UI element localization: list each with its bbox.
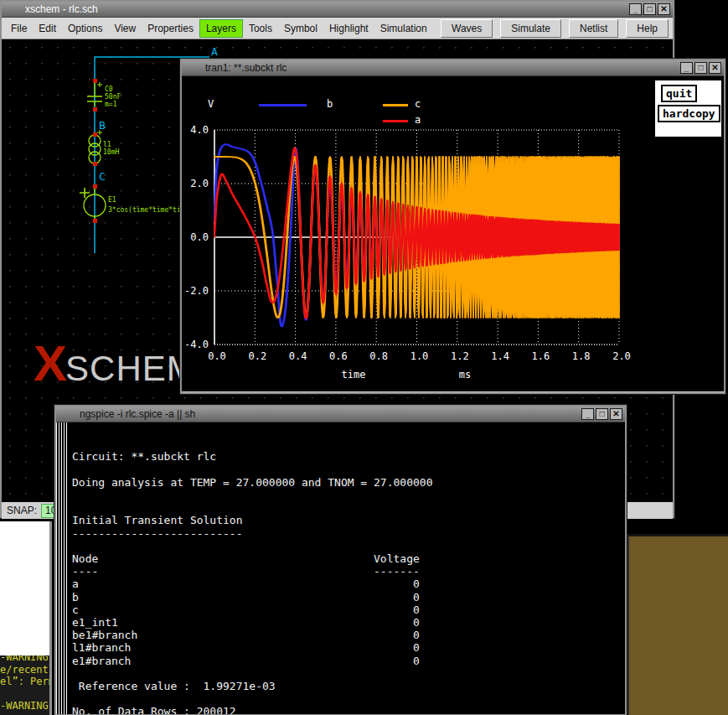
quit-button[interactable]: quit	[661, 85, 697, 102]
hardcopy-button[interactable]: hardcopy	[658, 105, 720, 122]
background-window-fragment	[0, 521, 52, 655]
xschem-logo-text: SCHEM	[65, 349, 197, 388]
maximize-icon[interactable]: □	[694, 62, 707, 74]
minimize-icon[interactable]: _	[680, 62, 693, 74]
src-ref-label: E1	[108, 196, 116, 204]
legend-line-c	[383, 104, 408, 106]
menu-symbol[interactable]: Symbol	[278, 20, 323, 37]
terminal-scrollbar[interactable]	[56, 422, 68, 714]
svg-text:0.4: 0.4	[289, 350, 307, 362]
svg-text:0.0: 0.0	[208, 350, 226, 362]
legend-label-c: c	[415, 98, 421, 110]
svg-text:2.0: 2.0	[612, 350, 631, 362]
desktop: xschem - rlc.sch _ □ ✕ File Edit Options…	[0, 0, 728, 715]
maximize-icon[interactable]: □	[596, 408, 608, 420]
plot-button-panel: quit hardcopy	[654, 80, 722, 137]
cap-mult-label: m=1	[105, 101, 117, 108]
svg-text:1.6: 1.6	[532, 350, 550, 362]
plot-area: -4.0-2.00.02.04.00.00.20.40.60.81.01.21.…	[182, 76, 724, 391]
close-icon[interactable]: ✕	[610, 408, 622, 420]
netlist-button[interactable]: Netlist	[569, 19, 618, 38]
maximize-icon[interactable]: □	[643, 3, 656, 15]
help-button[interactable]: Help	[626, 19, 669, 38]
svg-text:2.0: 2.0	[190, 178, 209, 189]
net-label-b[interactable]: B	[99, 119, 106, 132]
svg-text:-2.0: -2.0	[186, 285, 209, 297]
legend-label-b: b	[327, 98, 333, 110]
minimize-icon[interactable]: _	[629, 3, 642, 15]
svg-text:1.8: 1.8	[572, 350, 591, 362]
ngspice-terminal-window: ngspice -i rlc.spice -a || sh _ □ ✕ Circ…	[54, 405, 627, 715]
svg-text:-4.0: -4.0	[186, 339, 209, 350]
svg-text:1.2: 1.2	[451, 350, 469, 362]
legend-line-b	[259, 104, 307, 106]
xschem-menubar: File Edit Options View Properties Layers…	[2, 18, 673, 39]
menu-view[interactable]: View	[108, 20, 142, 37]
svg-text:ms: ms	[459, 369, 471, 381]
menu-highlight[interactable]: Highlight	[323, 20, 374, 37]
close-icon[interactable]: ✕	[709, 62, 721, 74]
svg-text:0.2: 0.2	[248, 350, 266, 362]
menu-options[interactable]: Options	[62, 20, 108, 37]
legend-line-a	[383, 120, 408, 122]
cap-ref-label: C0	[105, 85, 113, 93]
menu-simulation[interactable]: Simulation	[374, 20, 433, 37]
simulate-button[interactable]: Simulate	[500, 19, 561, 38]
xschem-titlebar[interactable]: xschem - rlc.sch _ □ ✕	[2, 2, 673, 18]
svg-text:1.4: 1.4	[491, 350, 509, 362]
terminal-output: Circuit: **.subckt rlc Doing analysis at…	[72, 450, 625, 714]
svg-text:time: time	[342, 369, 366, 381]
olive-window-fragment	[627, 534, 728, 715]
tran1-title: tran1: **.subckt rlc	[182, 62, 287, 74]
components[interactable]	[80, 82, 106, 219]
menu-properties[interactable]: Properties	[142, 20, 199, 37]
svg-text:0.6: 0.6	[329, 350, 348, 362]
net-label-a[interactable]: A	[211, 45, 218, 58]
close-icon[interactable]: ✕	[658, 3, 670, 15]
y-axis-unit-label: V	[208, 98, 214, 110]
ngspice-title: ngspice -i rlc.spice -a || sh	[56, 408, 195, 420]
xschem-title: xschem - rlc.sch	[2, 3, 98, 15]
tran1-titlebar[interactable]: tran1: **.subckt rlc _ □ ✕	[182, 60, 724, 76]
svg-text:1.0: 1.0	[410, 350, 429, 362]
snap-label: SNAP:	[7, 505, 37, 516]
xschem-logo: XSCHEM	[34, 334, 197, 392]
tran1-window: tran1: **.subckt rlc _ □ ✕ -4.0-2.00.02.…	[180, 59, 725, 394]
minimize-icon[interactable]: _	[581, 408, 594, 420]
warning-terminal-fragment: -WARNING e/recently el”: Perm -WARNING	[0, 655, 52, 715]
cap-value-label: 50nF	[105, 93, 121, 101]
menu-edit[interactable]: Edit	[33, 20, 62, 37]
svg-text:0.0: 0.0	[190, 231, 209, 243]
legend-label-a: a	[415, 114, 421, 126]
net-label-c[interactable]: C	[99, 170, 106, 183]
menu-tools[interactable]: Tools	[243, 20, 278, 37]
menu-layers[interactable]: Layers	[199, 19, 243, 38]
svg-text:0.8: 0.8	[369, 350, 388, 362]
ind-value-label: 10mH	[103, 148, 119, 156]
svg-text:4.0: 4.0	[190, 124, 209, 136]
ngspice-titlebar[interactable]: ngspice -i rlc.spice -a || sh _ □ ✕	[56, 407, 625, 422]
waves-button[interactable]: Waves	[441, 19, 493, 38]
ind-ref-label: l1	[103, 141, 111, 148]
menu-file[interactable]: File	[5, 20, 33, 37]
terminal-content[interactable]: Circuit: **.subckt rlc Doing analysis at…	[68, 422, 625, 714]
warning-output: -WARNING e/recently el”: Perm -WARNING	[0, 655, 49, 712]
waveform-plot[interactable]: -4.0-2.00.02.04.00.00.20.40.60.81.01.21.…	[186, 80, 653, 393]
capacitor-plus-icon	[97, 82, 102, 87]
xschem-logo-x: X	[34, 335, 65, 391]
